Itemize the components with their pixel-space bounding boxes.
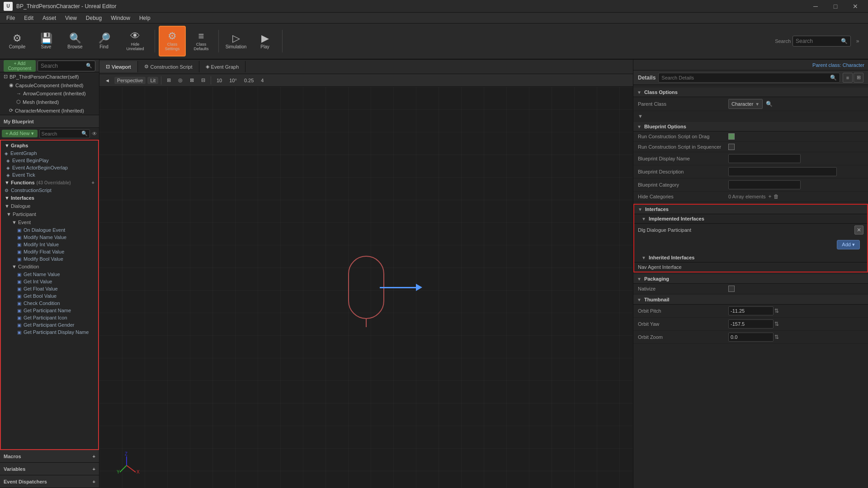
component-movement[interactable]: ⟳ CharacterMovement (Inherited) xyxy=(0,106,99,115)
hide-categories-add[interactable]: + xyxy=(769,193,772,200)
on-dialogue-event-item[interactable]: ▣ On Dialogue Event xyxy=(1,226,98,234)
event-dispatchers-add-button[interactable]: + xyxy=(93,479,95,484)
components-search-input[interactable] xyxy=(41,63,86,69)
viewport-3d[interactable]: X Y Z xyxy=(99,87,633,488)
menu-window[interactable]: Window xyxy=(106,14,135,22)
parent-class-dropdown[interactable]: Character ▼ xyxy=(728,99,763,109)
blueprint-display-name-input[interactable] xyxy=(728,154,801,163)
modify-int-value-item[interactable]: ▣ Modify Int Value xyxy=(1,241,98,248)
detail-view-btn-1[interactable]: ≡ xyxy=(843,73,853,83)
menu-view[interactable]: View xyxy=(61,14,81,22)
event-subsection[interactable]: ▼ Event xyxy=(1,218,98,226)
component-self[interactable]: ⊡ BP_ThirdPersonCharacter(self) xyxy=(0,72,99,81)
component-mesh[interactable]: ⬡ Mesh (Inherited) xyxy=(0,98,99,106)
event-dispatchers-section[interactable]: Event Dispatchers + xyxy=(0,475,99,488)
class-options-header[interactable]: ▼ Class Options xyxy=(633,88,868,97)
close-button[interactable]: ✕ xyxy=(846,0,864,13)
menu-help[interactable]: Help xyxy=(135,14,155,22)
class-settings-button[interactable]: ⚙ ClassSettings xyxy=(159,26,186,56)
parent-class-browse-btn[interactable]: 🔍 xyxy=(764,99,774,108)
variables-add-button[interactable]: + xyxy=(93,466,95,472)
parent-class-value[interactable]: Character xyxy=(843,62,864,68)
condition-section[interactable]: ▼ Condition xyxy=(1,263,98,271)
interfaces-section-header[interactable]: ▼ Interfaces xyxy=(634,205,867,214)
orbit-pitch-spinner[interactable]: ⇅ xyxy=(774,308,779,314)
compile-button[interactable]: ⚙ Compile xyxy=(4,26,31,56)
hide-unrelated-button[interactable]: 👁 HideUnrelated xyxy=(119,26,151,56)
packaging-header[interactable]: ▼ Packaging xyxy=(633,274,868,284)
event-tick-item[interactable]: ◈ Event Tick xyxy=(1,171,98,178)
component-arrow[interactable]: → ArrowComponent (Inherited) xyxy=(0,89,99,98)
blueprint-options-header[interactable]: ▼ Blueprint Options xyxy=(633,122,868,131)
menu-file[interactable]: File xyxy=(2,14,19,22)
menu-edit[interactable]: Edit xyxy=(19,14,38,22)
detail-view-btn-2[interactable]: ⊞ xyxy=(854,73,863,83)
menu-asset[interactable]: Asset xyxy=(38,14,61,22)
run-construction-sequencer-checkbox[interactable] xyxy=(728,144,735,150)
get-bool-value-item[interactable]: ▣ Get Bool Value xyxy=(1,292,98,300)
viewport-icon-4[interactable]: ⊟ xyxy=(198,76,208,84)
modify-bool-value-item[interactable]: ▣ Modify Bool Value xyxy=(1,255,98,263)
macros-section[interactable]: Macros + xyxy=(0,450,99,463)
blueprint-search-input[interactable] xyxy=(42,131,81,136)
inherited-interfaces-header[interactable]: ▼ Inherited Interfaces xyxy=(634,253,867,263)
event-graph-tab[interactable]: ◈ Event Graph xyxy=(199,61,246,72)
nativize-checkbox[interactable] xyxy=(728,286,735,292)
components-search[interactable]: 🔍 xyxy=(38,61,95,71)
viewport-icon-1[interactable]: ⊞ xyxy=(164,76,174,84)
blueprint-category-input[interactable] xyxy=(728,180,801,189)
details-search[interactable]: 🔍 xyxy=(658,73,840,83)
toolbar-expand-button[interactable]: » xyxy=(851,34,864,48)
simulation-button[interactable]: ▷ Simulation xyxy=(222,26,250,56)
snap-display[interactable]: 0.25 xyxy=(241,77,256,84)
orbit-zoom-spinner[interactable]: ⇅ xyxy=(774,334,779,340)
viewport-icon-2[interactable]: ◎ xyxy=(175,76,185,84)
get-name-value-item[interactable]: ▣ Get Name Value xyxy=(1,271,98,278)
macros-add-button[interactable]: + xyxy=(93,454,95,459)
participant-section[interactable]: ▼ Participant xyxy=(1,210,98,218)
run-construction-drag-checkbox[interactable] xyxy=(728,133,735,140)
remove-interface-button[interactable]: ✕ xyxy=(854,225,863,235)
implemented-interfaces-header[interactable]: ▼ Implemented Interfaces xyxy=(634,214,867,224)
get-int-value-item[interactable]: ▣ Get Int Value xyxy=(1,278,98,285)
class-defaults-button[interactable]: ≡ ClassDefaults xyxy=(188,26,215,56)
browse-button[interactable]: 🔍 Browse xyxy=(61,26,89,56)
dialogue-section[interactable]: ▼ Dialogue xyxy=(1,202,98,210)
lit-dropdown[interactable]: Lit xyxy=(147,77,158,84)
save-button[interactable]: 💾 Save xyxy=(33,26,60,56)
get-participant-name-item[interactable]: ▣ Get Participant Name xyxy=(1,307,98,314)
modify-name-value-item[interactable]: ▣ Modify Name Value xyxy=(1,234,98,241)
details-search-input[interactable] xyxy=(661,75,830,80)
viewport-arrow-btn[interactable]: ◄ xyxy=(102,77,113,84)
minimize-button[interactable]: ─ xyxy=(807,0,825,13)
thumbnail-header[interactable]: ▼ Thumbnail xyxy=(633,295,868,305)
play-button[interactable]: ▶ Play xyxy=(251,26,278,56)
modify-float-value-item[interactable]: ▣ Modify Float Value xyxy=(1,248,98,255)
blueprint-search[interactable]: 🔍 xyxy=(39,129,90,138)
get-float-value-item[interactable]: ▣ Get Float Value xyxy=(1,285,98,292)
blueprint-description-input[interactable] xyxy=(728,167,837,176)
get-participant-icon-item[interactable]: ▣ Get Participant Icon xyxy=(1,314,98,321)
check-condition-item[interactable]: ▣ Check Condition xyxy=(1,300,98,307)
event-begin-play-item[interactable]: ◈ Event BeginPlay xyxy=(1,157,98,164)
toolbar-search[interactable]: 🔍 xyxy=(793,36,851,47)
add-component-button[interactable]: + Add Component xyxy=(4,60,36,72)
add-interface-button[interactable]: Add ▾ xyxy=(837,240,860,249)
perspective-dropdown[interactable]: Perspective xyxy=(114,77,146,84)
camera-speed[interactable]: 4 xyxy=(258,77,266,84)
event-graph-item[interactable]: ◈ EventGraph xyxy=(1,150,98,157)
construction-script-tab[interactable]: ⚙ Construction Script xyxy=(138,61,199,72)
construction-script-item[interactable]: ⚙ ConstructionScript xyxy=(1,187,98,194)
menu-debug[interactable]: Debug xyxy=(81,14,106,22)
orbit-yaw-input[interactable] xyxy=(728,319,774,328)
get-participant-gender-item[interactable]: ▣ Get Participant Gender xyxy=(1,321,98,328)
functions-section[interactable]: ▼ Functions (43 Overridable) + xyxy=(1,178,98,187)
grid-size-display[interactable]: 10 xyxy=(214,77,225,84)
viewport-icon-3[interactable]: ⊠ xyxy=(187,76,197,84)
interfaces-section[interactable]: ▼ Interfaces xyxy=(1,194,98,202)
find-button[interactable]: 🔎 Find xyxy=(90,26,118,56)
component-capsule[interactable]: ◉ CapsuleComponent (Inherited) xyxy=(0,81,99,89)
bp-view-options[interactable]: 👁 xyxy=(92,131,97,137)
angle-display[interactable]: 10° xyxy=(226,77,240,84)
toolbar-search-input[interactable] xyxy=(796,38,841,44)
